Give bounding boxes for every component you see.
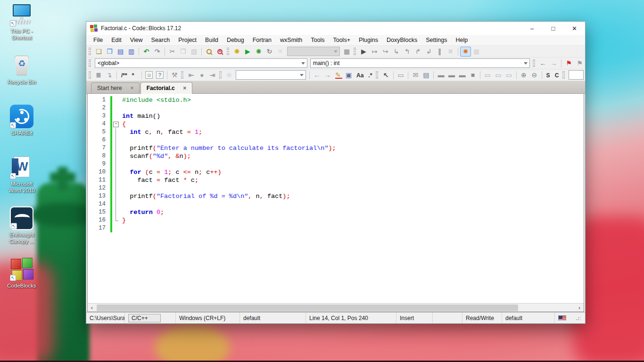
previous-result-icon[interactable]: ← <box>312 70 322 80</box>
chevron-down-icon[interactable] <box>332 47 339 56</box>
desktop-icon-enthought-canopy[interactable]: ↖EnthoughtCanopy ... <box>1 206 42 254</box>
close-button[interactable]: ✕ <box>564 22 585 35</box>
match-case-button[interactable]: Aa <box>354 70 366 80</box>
toolbar-grip[interactable] <box>219 71 222 79</box>
menu-debug[interactable]: Debug <box>223 35 248 45</box>
desktop-icon-microsoft-word[interactable]: W↖MicrosoftWord 2010 <box>1 156 42 203</box>
code-editor[interactable]: 1#include <stdio.h>23int main()4{5 int c… <box>88 94 584 303</box>
use-regex-button[interactable]: .* <box>366 70 374 80</box>
menu-project[interactable]: Project <box>174 35 201 45</box>
run-to-cursor-icon[interactable]: ↦ <box>369 47 380 57</box>
scope-filter[interactable]: <global> <box>95 58 307 68</box>
resize-grip-icon[interactable] <box>576 316 580 321</box>
scrollbar-thumb[interactable] <box>97 304 518 311</box>
tab-start-here[interactable]: Start here× <box>91 82 140 93</box>
menu-doxyblocks[interactable]: DoxyBlocks <box>382 35 421 45</box>
debug-continue-icon[interactable]: ▶ <box>358 47 369 57</box>
align-top-tool-icon[interactable]: ▬ <box>436 70 446 80</box>
line-comment-button[interactable]: *< <box>130 70 140 80</box>
toolbar-grip[interactable] <box>89 48 91 55</box>
scrollbar-track[interactable] <box>96 304 575 312</box>
set-browse-mark-icon[interactable]: ⚑ <box>563 58 574 68</box>
menu-settings[interactable]: Settings <box>421 35 451 45</box>
compiler-messages-icon[interactable]: ▦ <box>341 47 352 57</box>
scroll-right-arrow[interactable]: › <box>575 304 584 312</box>
fill-panel-tool-icon[interactable]: ■ <box>468 70 479 80</box>
browse-back-icon[interactable]: ← <box>537 58 548 68</box>
desktop-icon-recycle-bin[interactable]: ♻Recycle Bin <box>1 54 42 101</box>
run-doxygen-icon[interactable]: ↴ <box>104 70 115 80</box>
doxygen-help-icon[interactable]: ? <box>155 70 165 80</box>
extract-documentation-icon[interactable]: ≣ <box>93 70 104 80</box>
menu-edit[interactable]: Edit <box>107 35 126 45</box>
step-into-icon[interactable]: ↳ <box>391 47 402 57</box>
highlight-occurrences-icon[interactable]: ✎ <box>333 70 344 80</box>
block-comment-button[interactable]: /** <box>119 70 130 80</box>
shrink-tool-icon[interactable]: ▭ <box>493 70 504 80</box>
toolbar-grip[interactable] <box>89 59 91 67</box>
current-change-icon[interactable]: ● <box>197 70 207 80</box>
menu-wxsmith[interactable]: wxSmith <box>276 35 306 45</box>
chevron-down-icon[interactable] <box>298 71 305 79</box>
horizontal-scrollbar[interactable]: ‹ › <box>88 303 584 312</box>
incremental-search-input[interactable] <box>236 70 306 80</box>
toolbar-grip[interactable] <box>227 48 229 55</box>
tab-factorial-c[interactable]: Factorial.c× <box>140 82 192 94</box>
menu-search[interactable]: Search <box>147 35 174 45</box>
chevron-down-icon[interactable] <box>299 59 307 67</box>
menu-tools[interactable]: Tools+ <box>329 35 354 45</box>
step-out-icon[interactable]: ↰ <box>402 47 413 57</box>
align-bottom-tool-icon[interactable]: ▬ <box>457 70 468 80</box>
cut-icon[interactable]: ✂ <box>167 47 178 57</box>
next-line-icon[interactable]: ↪ <box>380 47 391 57</box>
text-page-tool-icon[interactable]: ▤ <box>421 70 432 80</box>
toolbar-grip[interactable] <box>181 71 183 79</box>
next-result-icon[interactable]: → <box>322 70 333 80</box>
menu-file[interactable]: File <box>89 35 107 45</box>
expand-tool-icon[interactable]: ▭ <box>482 70 493 80</box>
minimize-button[interactable]: – <box>521 22 543 35</box>
zoom-in-icon[interactable]: ⊕ <box>519 70 529 80</box>
debugging-windows-icon[interactable]: ✹ <box>460 47 471 57</box>
toolbar-grip[interactable] <box>562 71 565 79</box>
clear-browse-marks-icon[interactable]: ⚑ <box>574 58 585 68</box>
selected-text-option-icon[interactable]: ▣ <box>343 70 354 80</box>
spell-check-c-button[interactable]: C <box>553 70 561 80</box>
toolbar-grip[interactable] <box>89 71 91 79</box>
desktop-icon-this-pc-shortcut[interactable]: ↖This PC -Shortcut <box>1 3 42 50</box>
align-middle-tool-icon[interactable]: ▬ <box>446 70 457 80</box>
desktop-icon-codeblocks[interactable]: ↖CodeBlocks <box>1 257 42 305</box>
scroll-left-arrow[interactable]: ‹ <box>88 304 96 312</box>
replace-icon[interactable]: R <box>215 47 225 57</box>
mini-input[interactable] <box>569 70 583 80</box>
menu-fortran[interactable]: Fortran <box>248 35 276 45</box>
goto-next-change-icon[interactable]: ⇥ <box>207 70 218 80</box>
frame-tool-icon[interactable]: ▭ <box>396 70 406 80</box>
save-all-files-icon[interactable]: ▥ <box>126 47 137 57</box>
goto-previous-change-icon[interactable]: ⇤ <box>186 70 197 80</box>
function-filter[interactable]: main() : int <box>310 58 530 68</box>
maximize-button[interactable]: □ <box>543 22 564 35</box>
undo-icon[interactable]: ↶ <box>141 47 152 57</box>
save-file-icon[interactable]: ▤ <box>115 47 126 57</box>
menu-tools[interactable]: Tools <box>306 35 329 45</box>
box-tool-icon[interactable]: ▭ <box>504 70 514 80</box>
browse-forward-icon[interactable]: → <box>548 58 559 68</box>
desktop-icon-shareit[interactable]: ↖SHAREit <box>1 105 42 152</box>
next-instruction-icon[interactable]: ↱ <box>413 47 423 57</box>
menu-view[interactable]: View <box>126 35 147 45</box>
fold-margin[interactable] <box>112 120 119 128</box>
find-icon[interactable] <box>204 47 215 57</box>
spell-check-s-button[interactable]: S <box>544 70 553 80</box>
toolbar-grip[interactable] <box>376 71 378 79</box>
toolbar-grip[interactable] <box>533 59 535 67</box>
menu-plugins[interactable]: Plugins <box>355 35 382 45</box>
toolbar-grip[interactable] <box>354 48 356 55</box>
doxyblocks-settings-icon[interactable]: ⚒ <box>169 70 180 80</box>
break-debugger-icon[interactable]: ∥ <box>434 47 445 57</box>
run-icon[interactable]: ▶ <box>242 47 253 57</box>
zoom-out-icon[interactable]: ⊖ <box>529 70 540 80</box>
new-file-icon[interactable]: ❏ <box>93 47 104 57</box>
tab-close-icon[interactable]: × <box>182 85 188 91</box>
step-into-instruction-icon[interactable]: ↲ <box>423 47 434 57</box>
